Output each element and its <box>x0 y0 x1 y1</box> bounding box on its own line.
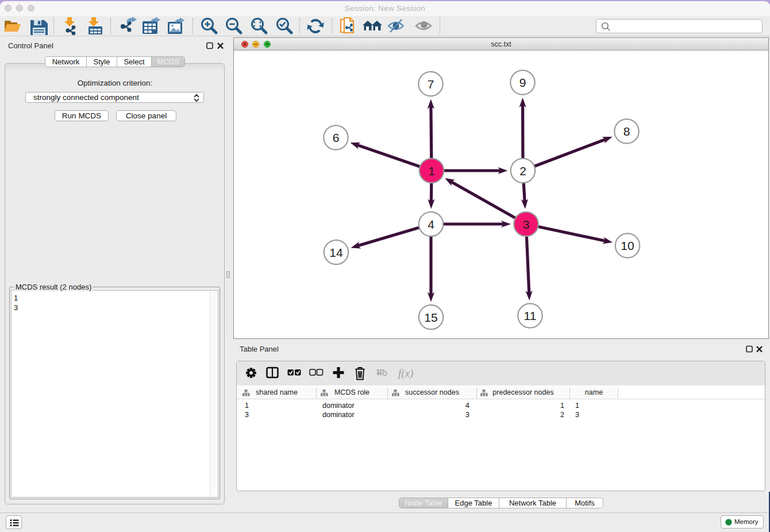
svg-text:9: 9 <box>519 76 526 89</box>
svg-text:14: 14 <box>329 246 343 259</box>
svg-text:8: 8 <box>623 125 630 138</box>
svg-text:f(x): f(x) <box>398 367 413 380</box>
svg-text:10: 10 <box>621 239 634 252</box>
svg-text:15: 15 <box>424 311 437 324</box>
svg-text:3: 3 <box>523 218 530 231</box>
svg-text:1: 1 <box>428 164 435 178</box>
svg-text:4: 4 <box>428 218 434 231</box>
svg-text:11: 11 <box>524 309 537 322</box>
svg-text:6: 6 <box>333 131 340 144</box>
svg-text:7: 7 <box>428 78 434 91</box>
svg-text:2: 2 <box>519 164 526 178</box>
